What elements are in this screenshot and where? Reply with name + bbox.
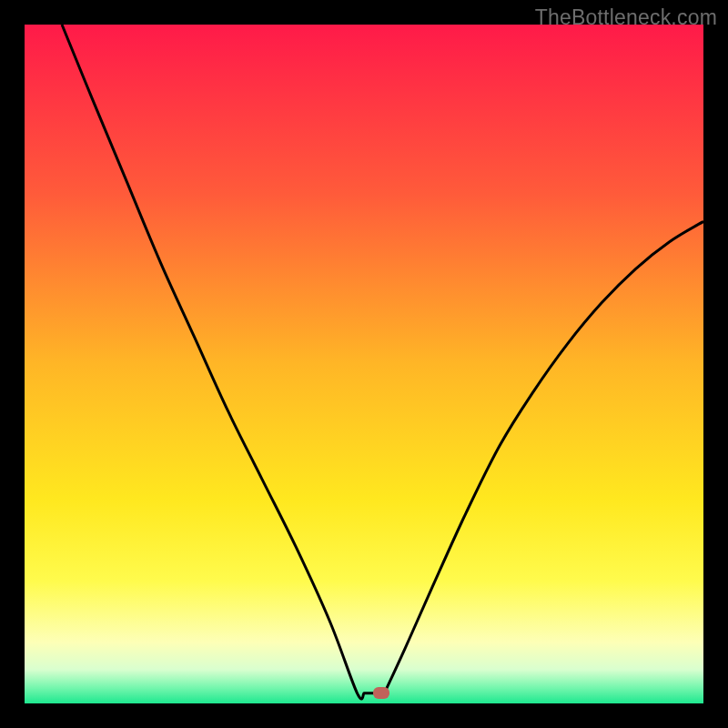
bottleneck-curve bbox=[25, 25, 703, 703]
attribution-text: TheBottleneck.com bbox=[535, 5, 717, 30]
optimal-marker bbox=[373, 687, 389, 699]
chart-frame: TheBottleneck.com bbox=[0, 0, 728, 728]
curve-path bbox=[62, 25, 703, 699]
